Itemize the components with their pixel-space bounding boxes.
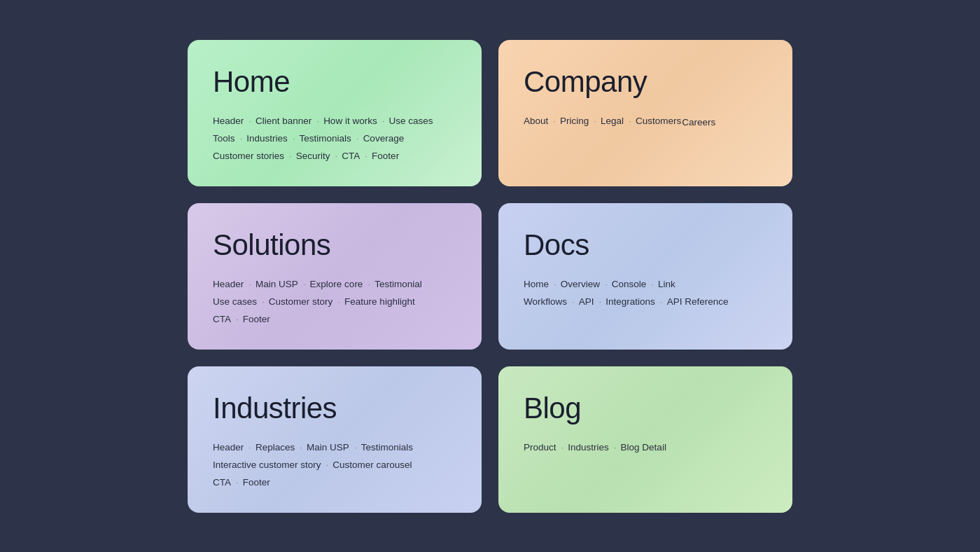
card-blog: BlogProduct·Industries·Blog Detail <box>498 366 792 513</box>
tag-item[interactable]: Tools <box>213 133 236 144</box>
tag-row: CTA·Footer <box>213 477 271 488</box>
card-home-tags: Header·Client banner·How it works·Use ca… <box>213 116 456 161</box>
tag-item[interactable]: Pricing <box>560 116 589 126</box>
tag-separator: · <box>599 296 602 307</box>
tag-row: Workflows·API·Integrations·API Reference <box>524 296 729 307</box>
tag-item[interactable]: Interactive customer story <box>213 460 322 470</box>
tag-separator: · <box>326 460 329 470</box>
tag-item[interactable]: CTA <box>342 151 360 161</box>
tag-separator: · <box>236 314 239 324</box>
tag-item[interactable]: Testimonials <box>361 442 414 453</box>
tag-separator: · <box>660 296 663 307</box>
tag-item[interactable]: Header <box>213 442 244 453</box>
tag-item[interactable]: Legal <box>601 116 624 126</box>
tag-item[interactable]: Industries <box>568 442 610 453</box>
tag-separator: · <box>354 442 357 453</box>
card-docs: DocsHome·Overview·Console·LinkWorkflows·… <box>498 203 792 350</box>
card-blog-title: Blog <box>524 392 767 425</box>
tag-item[interactable]: Use cases <box>213 296 258 307</box>
tag-separator: · <box>335 151 338 161</box>
card-industries-title: Industries <box>213 392 456 425</box>
tag-separator: · <box>368 279 370 289</box>
tag-separator: · <box>300 442 302 453</box>
tag-item[interactable]: Industries <box>246 133 288 144</box>
tag-separator: · <box>561 442 564 453</box>
tag-separator: · <box>248 442 251 453</box>
card-company: CompanyAbout·Pricing·Legal·CustomersCare… <box>498 40 792 186</box>
card-solutions: SolutionsHeader·Main USP·Explore core·Te… <box>188 203 482 350</box>
tag-row: Careers <box>682 116 716 129</box>
tag-item[interactable]: CTA <box>213 314 232 324</box>
card-grid: HomeHeader·Client banner·How it works·Us… <box>188 40 792 513</box>
card-home: HomeHeader·Client banner·How it works·Us… <box>188 40 482 186</box>
tag-separator: · <box>554 279 556 289</box>
card-industries-tags: Header·Replaces·Main USP·TestimonialsInt… <box>213 442 456 488</box>
tag-row: Tools·Industries·Testimonials·Coverage <box>213 133 405 144</box>
card-docs-tags: Home·Overview·Console·LinkWorkflows·API·… <box>524 279 767 307</box>
tag-item[interactable]: Feature highlight <box>344 296 416 307</box>
tag-item[interactable]: How it works <box>323 116 378 126</box>
tag-item[interactable]: Replaces <box>255 442 295 453</box>
tag-separator: · <box>382 116 385 126</box>
tag-row: CTA·Footer <box>213 314 271 324</box>
tag-separator: · <box>572 296 575 307</box>
tag-item[interactable]: CTA <box>213 477 232 488</box>
card-company-title: Company <box>524 65 767 99</box>
tag-row: Home·Overview·Console·Link <box>524 279 676 289</box>
tag-item[interactable]: Customer stories <box>213 151 285 161</box>
tag-item[interactable]: Coverage <box>363 133 405 144</box>
tag-separator: · <box>248 279 251 289</box>
tag-row: Header·Replaces·Main USP·Testimonials <box>213 442 414 453</box>
tag-separator: · <box>614 442 617 453</box>
card-home-title: Home <box>213 65 456 99</box>
tag-item[interactable]: Link <box>658 279 676 289</box>
tag-separator: · <box>293 133 295 144</box>
tag-item[interactable]: Careers <box>682 117 716 127</box>
tag-item[interactable]: Integrations <box>606 296 656 307</box>
tag-item[interactable]: Client banner <box>255 116 312 126</box>
tag-item[interactable]: Customers <box>636 116 682 126</box>
tag-item[interactable]: Footer <box>372 151 400 161</box>
tag-item[interactable]: Main USP <box>255 279 299 289</box>
card-industries: IndustriesHeader·Replaces·Main USP·Testi… <box>188 366 482 513</box>
tag-item[interactable]: Overview <box>561 279 601 289</box>
tag-item[interactable]: Product <box>524 442 557 453</box>
tag-item[interactable]: Testimonial <box>374 279 423 289</box>
tag-item[interactable]: Console <box>612 279 648 289</box>
tag-separator: · <box>289 151 292 161</box>
tag-row: Use cases·Customer story·Feature highlig… <box>213 296 416 307</box>
tag-separator: · <box>303 279 306 289</box>
tag-row: Product·Industries·Blog Detail <box>524 442 667 453</box>
tag-item[interactable]: Explore core <box>310 279 364 289</box>
tag-item[interactable]: Header <box>213 279 244 289</box>
tag-item[interactable]: Customer carousel <box>332 460 412 470</box>
tag-item[interactable]: Footer <box>243 477 271 488</box>
tag-separator: · <box>553 116 556 126</box>
tag-separator: · <box>629 116 631 126</box>
tag-item[interactable]: Use cases <box>388 116 433 126</box>
tag-item[interactable]: Customer story <box>269 296 334 307</box>
card-docs-title: Docs <box>524 228 767 262</box>
tag-item[interactable]: Workflows <box>524 296 568 307</box>
tag-separator: · <box>240 133 243 144</box>
tag-item[interactable]: Testimonials <box>300 133 352 144</box>
tag-item[interactable]: Security <box>296 151 331 161</box>
tag-item[interactable]: API Reference <box>667 296 729 307</box>
tag-separator: · <box>236 477 239 488</box>
tag-item[interactable]: Header <box>213 116 244 126</box>
tag-separator: · <box>594 116 596 126</box>
card-solutions-title: Solutions <box>213 228 456 262</box>
tag-separator: · <box>262 296 265 307</box>
tag-separator: · <box>365 151 368 161</box>
tag-row: Header·Client banner·How it works·Use ca… <box>213 116 433 126</box>
tag-row: About·Pricing·Legal·Customers <box>524 116 682 126</box>
tag-row: Interactive customer story·Customer caro… <box>213 460 413 470</box>
tag-item[interactable]: About <box>524 116 549 126</box>
tag-item[interactable]: Home <box>524 279 550 289</box>
tag-item[interactable]: Main USP <box>307 442 350 453</box>
tag-item[interactable]: Footer <box>243 314 271 324</box>
tag-item[interactable]: Blog Detail <box>621 442 667 453</box>
card-blog-tags: Product·Industries·Blog Detail <box>524 442 767 453</box>
tag-separator: · <box>651 279 654 289</box>
tag-item[interactable]: API <box>579 296 595 307</box>
